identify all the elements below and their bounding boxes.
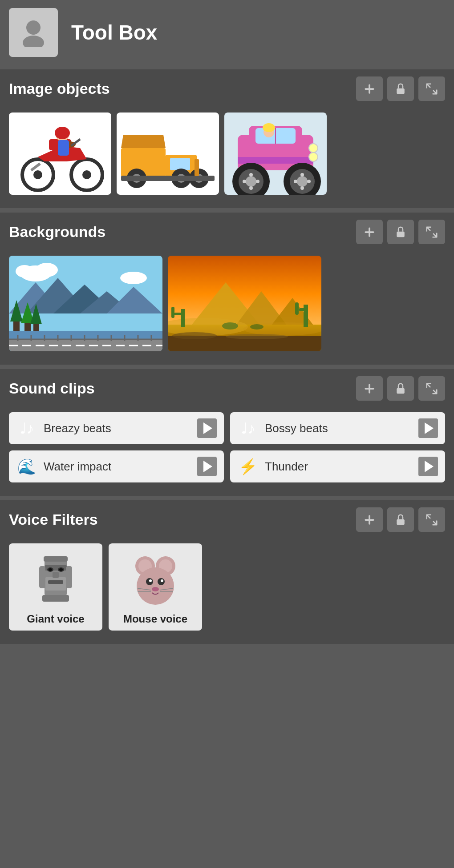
add-sound-button[interactable] (356, 376, 383, 401)
voice-item-mouse[interactable]: Mouse voice (109, 543, 202, 631)
svg-rect-31 (238, 157, 313, 164)
sound-clips-header: Sound clips (0, 369, 454, 408)
sound-clips-title: Sound clips (9, 380, 356, 397)
svg-rect-68 (9, 340, 162, 351)
lock-voice-button[interactable] (387, 507, 414, 532)
svg-point-119 (137, 567, 174, 605)
lightning-icon: ⚡ (237, 458, 259, 475)
svg-rect-111 (48, 580, 63, 584)
image-item-motorcycle[interactable] (9, 113, 111, 195)
mouse-voice-icon (135, 551, 175, 608)
sound-item-breazy-beats[interactable]: ♩♪ Breazy beats (9, 412, 224, 444)
backgrounds-title: Backgrounds (9, 223, 356, 241)
lock-image-button[interactable] (387, 76, 414, 101)
svg-point-47 (263, 123, 275, 132)
add-voice-button[interactable] (356, 507, 383, 532)
expand-background-button[interactable] (418, 220, 445, 244)
expand-voice-button[interactable] (418, 507, 445, 532)
svg-rect-25 (121, 176, 215, 181)
play-triangle-icon (203, 422, 212, 434)
svg-rect-94 (295, 302, 299, 315)
expand-image-button[interactable] (418, 76, 445, 101)
lock-sound-button[interactable] (387, 376, 414, 401)
giant-voice-icon (36, 551, 76, 608)
bossy-beats-label: Bossy beats (265, 422, 412, 435)
svg-point-40 (243, 180, 246, 183)
bossy-beats-play-button[interactable] (418, 418, 438, 438)
page-title: Tool Box (71, 20, 157, 44)
voice-filters-header: Voice Filters (0, 500, 454, 539)
play-triangle-icon-3 (203, 461, 212, 472)
svg-point-43 (300, 186, 304, 190)
backgrounds-section: Backgrounds (0, 213, 454, 365)
background-item-desert[interactable] (168, 256, 321, 351)
svg-point-41 (256, 180, 259, 183)
svg-point-124 (152, 587, 159, 591)
voice-filters-actions (356, 507, 445, 532)
svg-rect-89 (181, 309, 185, 327)
music-note-icon: ♩♪ (16, 419, 37, 437)
giant-voice-label: Giant voice (27, 613, 84, 625)
svg-marker-18 (121, 135, 166, 148)
sound-item-water-impact[interactable]: 🌊 Water impact (9, 450, 224, 482)
svg-rect-101 (397, 519, 405, 525)
water-impact-label: Water impact (44, 460, 191, 474)
image-objects-list (0, 108, 454, 199)
svg-point-48 (309, 144, 318, 153)
svg-point-6 (82, 170, 91, 179)
image-objects-title: Image objects (9, 80, 356, 97)
breazy-beats-play-button[interactable] (197, 418, 217, 438)
svg-rect-110 (53, 572, 59, 578)
image-objects-section: Image objects (0, 69, 454, 208)
svg-point-55 (120, 272, 147, 284)
expand-sound-button[interactable] (418, 376, 445, 401)
image-item-dump-truck[interactable] (117, 113, 219, 195)
lock-background-button[interactable] (387, 220, 414, 244)
backgrounds-list (0, 251, 454, 356)
avatar-icon (18, 16, 49, 49)
backgrounds-header: Backgrounds (0, 213, 454, 251)
water-impact-play-button[interactable] (197, 457, 217, 476)
image-objects-actions (356, 76, 445, 101)
header: Tool Box (0, 0, 454, 65)
svg-rect-26 (195, 159, 199, 176)
backgrounds-actions (356, 220, 445, 244)
sound-clips-actions (356, 376, 445, 401)
svg-point-39 (249, 186, 253, 190)
svg-point-53 (36, 263, 58, 277)
svg-rect-50 (397, 231, 405, 237)
svg-rect-92 (304, 305, 308, 327)
svg-point-34 (246, 176, 256, 187)
svg-rect-112 (39, 566, 45, 588)
voice-item-giant[interactable]: Giant voice (9, 543, 102, 631)
svg-rect-103 (44, 556, 68, 562)
svg-rect-17 (170, 158, 190, 170)
sound-item-bossy-beats[interactable]: ♩♪ Bossy beats (230, 412, 445, 444)
svg-point-95 (222, 322, 238, 330)
mouse-voice-label: Mouse voice (123, 613, 187, 625)
svg-rect-2 (397, 88, 405, 94)
svg-point-38 (249, 173, 253, 177)
svg-point-0 (26, 20, 41, 35)
svg-point-12 (55, 127, 70, 139)
svg-point-98 (172, 332, 217, 339)
add-image-button[interactable] (356, 76, 383, 101)
wave-icon: 🌊 (16, 458, 37, 475)
play-triangle-icon-2 (425, 422, 434, 434)
sound-clips-grid: ♩♪ Breazy beats ♩♪ Bossy beats 🌊 Water i… (0, 408, 454, 487)
add-background-button[interactable] (356, 220, 383, 244)
sound-item-thunder[interactable]: ⚡ Thunder (230, 450, 445, 482)
image-objects-header: Image objects (0, 69, 454, 108)
svg-point-99 (226, 334, 288, 339)
svg-point-123 (161, 579, 163, 582)
breazy-beats-label: Breazy beats (44, 422, 191, 435)
svg-point-1 (23, 36, 44, 47)
image-item-monster-truck[interactable] (224, 113, 327, 195)
svg-point-54 (16, 265, 33, 277)
voice-filters-list: Giant voice (0, 539, 454, 635)
background-item-landscape[interactable] (9, 256, 162, 351)
svg-point-37 (297, 176, 308, 187)
svg-point-42 (300, 173, 304, 177)
thunder-play-button[interactable] (418, 457, 438, 476)
voice-filters-section: Voice Filters (0, 500, 454, 644)
